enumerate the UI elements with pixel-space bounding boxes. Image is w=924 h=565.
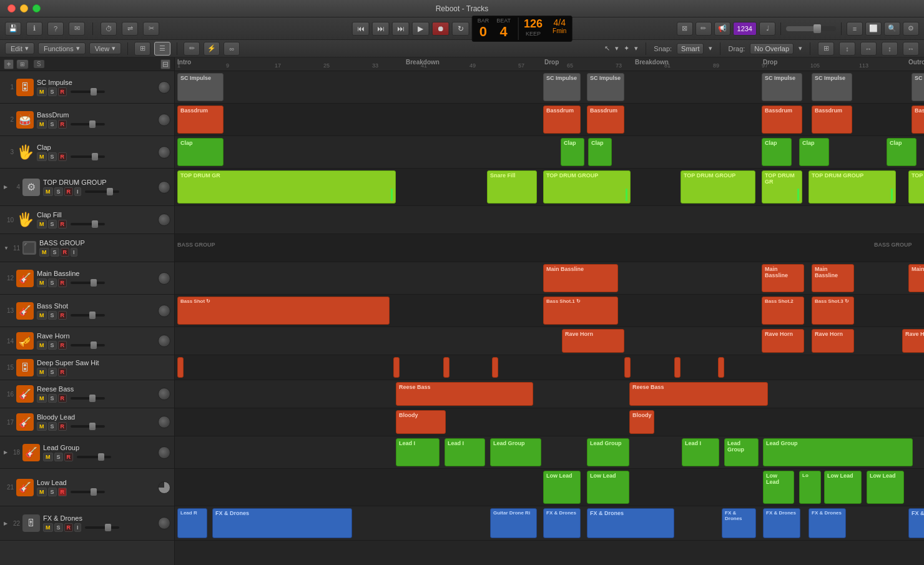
clip-low-lead-3[interactable]: Low Lead bbox=[763, 471, 794, 504]
fader-21[interactable] bbox=[71, 491, 105, 493]
settings-button[interactable]: ⚙ bbox=[903, 22, 919, 36]
fader-3[interactable] bbox=[71, 155, 105, 158]
mute-btn-11[interactable]: M bbox=[39, 248, 49, 257]
mute-btn-12[interactable]: M bbox=[37, 278, 47, 287]
clip-deep-saw-5[interactable] bbox=[624, 357, 631, 378]
clip-topdrumgroup-5[interactable]: TOP DRUM GROUP bbox=[808, 170, 896, 204]
drag-dropdown[interactable]: ▾ bbox=[799, 44, 802, 52]
clip-lead-group-4[interactable]: Lead Group bbox=[587, 438, 629, 466]
clip-bass-shot-4[interactable]: Bass Shot.3 ↻ bbox=[812, 297, 854, 325]
rec-btn-22[interactable]: R bbox=[64, 523, 74, 532]
clip-deep-saw-3[interactable] bbox=[443, 357, 450, 378]
solo-btn-17[interactable]: S bbox=[48, 422, 57, 431]
clip-rave-horn-3[interactable]: Rave Horn bbox=[812, 329, 854, 353]
zoom-v-button[interactable]: ↕ bbox=[839, 42, 855, 56]
clip-guitar-drone[interactable]: Guitar Drone Ri bbox=[490, 508, 537, 538]
mute-btn-16[interactable]: M bbox=[37, 394, 47, 403]
rec-btn-16[interactable]: R bbox=[58, 394, 67, 403]
pan-knob-3[interactable] bbox=[158, 146, 170, 159]
clip-deep-saw-1[interactable] bbox=[177, 357, 184, 378]
mute-btn-18[interactable]: M bbox=[43, 453, 53, 461]
clip-fx-drones-7[interactable]: FX & Drones bbox=[908, 508, 924, 538]
solo-switch[interactable]: S bbox=[34, 60, 44, 68]
clip-deep-saw-2[interactable] bbox=[393, 357, 400, 378]
clip-bassdrum-5[interactable]: Bassdrum bbox=[812, 106, 852, 134]
solo-btn-2[interactable]: S bbox=[48, 120, 57, 129]
clip-sc-impulse-1[interactable]: SC Impulse bbox=[177, 73, 224, 101]
zoom-out-button[interactable]: ↔ bbox=[903, 42, 919, 56]
speaker-button[interactable]: 📢 bbox=[714, 22, 730, 36]
rec-btn-3[interactable]: R bbox=[58, 152, 67, 161]
solo-btn-15[interactable]: S bbox=[48, 368, 57, 376]
group-expand-11[interactable]: ▼ bbox=[4, 245, 10, 251]
clip-sc-impulse-5[interactable]: SC Impulse bbox=[812, 73, 852, 101]
input-btn-11[interactable]: I bbox=[71, 248, 77, 257]
clip-fx-drones-3[interactable]: FX & Drones bbox=[587, 508, 674, 538]
clip-sc-impulse-4[interactable]: SC Impulse bbox=[762, 73, 802, 101]
clip-fx-drones-lead-r[interactable]: Lead R bbox=[177, 508, 207, 538]
pan-knob-18[interactable] bbox=[158, 446, 170, 459]
clip-lead-group-1[interactable]: Lead I bbox=[396, 438, 440, 466]
clip-clap-3[interactable]: Clap bbox=[588, 138, 612, 166]
clip-sc-impulse-2[interactable]: SC Impulse bbox=[543, 73, 581, 101]
tuner-button[interactable]: ♩ bbox=[759, 22, 775, 36]
clip-bassdrum-4[interactable]: Bassdrum bbox=[762, 106, 802, 134]
pan-knob-14[interactable] bbox=[158, 335, 170, 347]
goto-end-button[interactable]: ⏭ bbox=[392, 22, 410, 36]
rec-btn-2[interactable]: R bbox=[58, 120, 67, 129]
clip-bloody-1[interactable]: Bloody bbox=[396, 410, 446, 434]
mute-btn-1[interactable]: M bbox=[37, 87, 47, 96]
mute-btn-4[interactable]: M bbox=[43, 187, 53, 196]
clip-bass-shot-1[interactable]: Bass Shot ↻ bbox=[177, 297, 390, 325]
clip-low-lead-2[interactable]: Low Lead bbox=[587, 471, 629, 504]
list-view-button[interactable]: ☰ bbox=[154, 42, 170, 56]
clip-low-lead-1[interactable]: Low Lead bbox=[543, 471, 581, 504]
rec-btn-1[interactable]: R bbox=[58, 87, 67, 96]
fader-10[interactable] bbox=[71, 223, 105, 225]
play-button[interactable]: ▶ bbox=[412, 22, 430, 36]
zoom-h-button[interactable]: ↔ bbox=[860, 42, 877, 56]
minimize-button[interactable] bbox=[20, 4, 28, 12]
clip-main-bassline-2[interactable]: Main Bassline bbox=[762, 264, 804, 292]
fader-1[interactable] bbox=[71, 91, 105, 93]
mute-btn-2[interactable]: M bbox=[37, 120, 47, 129]
clip-topdrumgroup-4[interactable]: TOP DRUM GR bbox=[762, 170, 802, 204]
track-options-button[interactable]: ⊞ bbox=[16, 59, 29, 69]
help-button[interactable]: ? bbox=[47, 22, 64, 36]
save-button[interactable]: 💾 bbox=[5, 22, 21, 36]
fader-14[interactable] bbox=[71, 344, 105, 346]
grid-view-button[interactable]: ⊞ bbox=[134, 42, 150, 56]
cycle-button[interactable]: ↻ bbox=[452, 22, 469, 36]
clip-low-lead-5[interactable]: Low Lead bbox=[824, 471, 862, 504]
pan-knob-21[interactable] bbox=[158, 481, 170, 494]
cut-button[interactable]: ✂ bbox=[143, 22, 159, 36]
clip-bassdrum-3[interactable]: Bassdrum bbox=[587, 106, 624, 134]
mute-btn-13[interactable]: M bbox=[37, 311, 47, 320]
clip-main-bassline-3[interactable]: Main Bassline bbox=[812, 264, 854, 292]
clip-clap-1[interactable]: Clap bbox=[177, 138, 224, 166]
pan-knob-17[interactable] bbox=[158, 416, 170, 428]
clip-reese-bass-1[interactable]: Reese Bass bbox=[396, 382, 533, 406]
pan-knob-4[interactable] bbox=[158, 181, 170, 194]
clip-lead-group-2[interactable]: Lead I bbox=[445, 438, 485, 466]
clip-bassdrum-1[interactable]: Bassdrum bbox=[177, 106, 224, 134]
pan-knob-12[interactable] bbox=[158, 272, 170, 285]
zoom-fit-button[interactable]: ↕ bbox=[882, 42, 898, 56]
clip-fx-drones-2[interactable]: FX & Drones bbox=[543, 508, 581, 538]
solo-btn-1[interactable]: S bbox=[48, 87, 57, 96]
input-btn-4[interactable]: I bbox=[74, 187, 81, 196]
mute-tool[interactable]: ∞ bbox=[224, 42, 240, 56]
clip-rave-horn-4[interactable]: Rave Horn bbox=[902, 329, 924, 353]
fader-22[interactable] bbox=[85, 526, 119, 529]
record-button[interactable]: ⏺ bbox=[432, 22, 450, 36]
pan-knob-1[interactable] bbox=[158, 81, 170, 94]
clip-fx-drones-4[interactable]: FX & Drones bbox=[722, 508, 756, 538]
clip-topdrumgroup-6[interactable]: TOP DRUM GROUP bbox=[908, 170, 924, 204]
clip-bass-shot-2[interactable]: Bass Shot.1 ↻ bbox=[543, 297, 618, 325]
drag-value[interactable]: No Overlap bbox=[750, 43, 794, 54]
search-button[interactable]: 🔍 bbox=[884, 22, 900, 36]
clip-bassdrum-2[interactable]: Bassdrum bbox=[543, 106, 581, 134]
maximize-button[interactable] bbox=[32, 4, 41, 12]
pan-knob-10[interactable] bbox=[158, 214, 170, 226]
clip-topdrumgroup-3[interactable]: TOP DRUM GROUP bbox=[681, 170, 755, 204]
